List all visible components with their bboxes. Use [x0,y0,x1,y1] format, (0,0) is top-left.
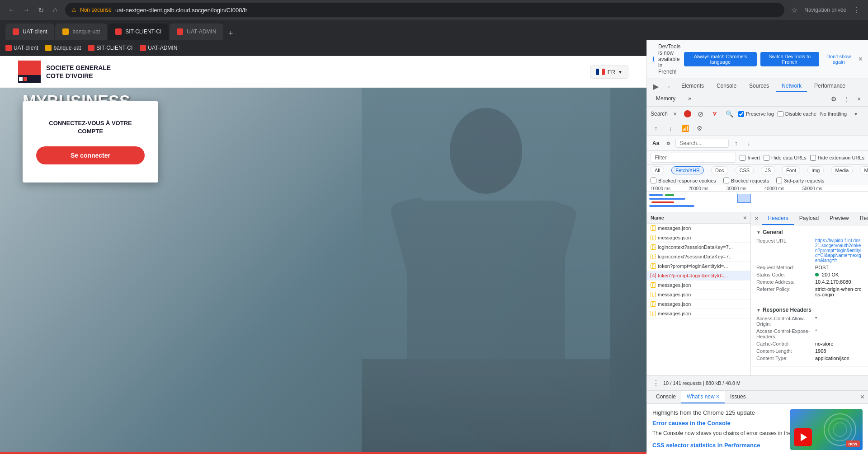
switch-devtools-button[interactable]: Switch DevTools to French [760,52,819,66]
request-item-4[interactable]: {} logincontext?sessionDataKey=7... [647,252,750,262]
throttling-button[interactable]: No throttling [820,111,847,117]
search-button[interactable]: 🔍 [724,108,735,119]
bookmark-uat-client[interactable]: UAT-client [5,45,38,51]
details-tab-payload[interactable]: Payload [794,212,824,225]
bottom-tab-whats-new[interactable]: What's new × [681,391,725,403]
req-icon-6: ⚠ [651,273,656,278]
star-button[interactable]: ☆ [788,4,801,16]
font-toggle-button[interactable]: ☸ [663,138,674,149]
filter-search-input[interactable] [679,140,725,146]
third-party-input[interactable] [776,178,782,183]
download-button[interactable]: ↓ [743,138,754,149]
video-thumbnail[interactable]: new [790,409,863,450]
filter-button[interactable]: ⛛ [709,108,720,119]
blocked-requests-input[interactable] [723,178,729,183]
details-tab-headers[interactable]: Headers [762,212,793,225]
match-language-button[interactable]: Always match Chrome's language [684,52,756,66]
reload-button[interactable]: ↻ [34,4,47,16]
bottom-tab-issues[interactable]: Issues [725,391,751,403]
filter-input[interactable] [651,153,736,163]
forward-button[interactable]: → [20,4,33,16]
chip-doc[interactable]: Doc [711,166,728,174]
preserve-log-input[interactable] [738,111,744,117]
close-devtools-button[interactable]: × [854,94,864,104]
blocked-cookies-input[interactable] [651,178,656,183]
tab-console[interactable]: Console [711,81,742,92]
request-item-1[interactable]: {} messages.json [647,224,750,233]
search-label: Search [651,111,668,117]
clear-button[interactable]: ⊘ [695,108,706,119]
login-button[interactable]: Se connecter [36,146,145,164]
inspect-element-button[interactable]: ▶ [651,81,661,92]
bookmark-banque-uat[interactable]: banque-uat [45,45,81,51]
filter-search-box[interactable] [675,139,729,148]
request-item-5[interactable]: {} token?prompt=login&entityId=... [647,262,750,271]
chip-js[interactable]: JS [761,166,775,174]
tab-sit-client-ci[interactable]: SIT-CLIENT-CI [108,23,169,40]
wifi-icon[interactable]: 📶 [679,123,690,134]
chip-media[interactable]: Media [831,166,853,174]
play-button[interactable] [794,428,812,446]
response-headers-section-header[interactable]: ▼ Response Headers [756,307,863,313]
chip-fetch-xhr[interactable]: Fetch/XHR [671,166,704,174]
close-bottom-panel-button[interactable]: × [860,393,864,401]
request-item-6[interactable]: ⚠ token?prompt=login&entityId=... [647,271,750,281]
menu-button[interactable]: ⋮ [850,4,863,16]
details-tab-preview[interactable]: Preview [824,212,854,225]
bookmark-sit-client[interactable]: SIT-CLIENT-CI [88,45,132,51]
invert-input[interactable] [740,155,745,161]
chip-font[interactable]: Font [782,166,800,174]
bottom-tab-console[interactable]: Console [651,391,681,403]
throttling-dropdown-icon[interactable]: ▼ [850,108,861,119]
tab-more[interactable]: » [683,94,697,104]
logo-stripe [19,77,23,81]
chip-all[interactable]: All [651,166,664,174]
tab-performance[interactable]: Performance [809,81,851,92]
general-section-header[interactable]: ▼ General [756,229,863,235]
tab-network[interactable]: Network [776,81,807,92]
import-button[interactable]: ↑ [651,123,661,134]
dont-show-again-button[interactable]: Don't show again [823,54,855,65]
settings-network-icon[interactable]: ⚙ [694,123,705,134]
request-item-8[interactable]: {} messages.json [647,290,750,300]
tab-elements[interactable]: Elements [676,81,709,92]
details-tab-response[interactable]: Response [854,212,868,225]
address-bar[interactable]: ⚠ Non sécurisé uat-nextgen-client.gslb.c… [65,3,784,17]
record-button[interactable] [684,110,691,117]
close-search-button[interactable]: × [670,108,680,119]
tab-uat-client[interactable]: UAT-client [5,23,54,40]
upload-button[interactable]: ↑ [731,138,741,149]
request-item-7[interactable]: {} messages.json [647,281,750,290]
disable-cache-input[interactable] [778,111,783,117]
lang-button[interactable]: FR ▼ [590,66,628,79]
more-options-status-icon[interactable]: ⋮ [651,378,661,388]
bookmark-uat-admin[interactable]: UAT-ADMIN [140,45,177,51]
preserve-log-checkbox: Preserve log [738,111,774,117]
url-text: uat-nextgen-client.gslb.cloud.socgen/log… [115,7,778,14]
export-button[interactable]: ↓ [665,123,676,134]
tab-sources[interactable]: Sources [744,81,774,92]
hide-data-urls-input[interactable] [764,155,769,161]
more-options-icon[interactable]: ⋮ [841,94,852,104]
tab-banque-uat[interactable]: banque-uat [55,23,107,40]
home-button[interactable]: ⌂ [49,4,61,16]
chip-img[interactable]: Img [807,166,824,174]
close-name-col-button[interactable]: × [743,214,747,221]
request-item-3[interactable]: {} logincontext?sessionDataKey=7... [647,243,750,252]
device-toolbar-button[interactable]: ◦ [663,81,674,92]
request-item-10[interactable]: {} messages.json [647,309,750,318]
chip-css[interactable]: CSS [736,166,754,174]
hide-extension-urls-input[interactable] [810,155,816,161]
settings-icon[interactable]: ⚙ [828,94,839,104]
svg-point-1 [450,108,522,194]
new-tab-button[interactable]: + [224,27,237,40]
font-size-button[interactable]: Aa [651,139,661,147]
request-item-9[interactable]: {} messages.json [647,300,750,309]
request-item-2[interactable]: {} messages.json [647,233,750,243]
back-button[interactable]: ← [5,4,18,16]
close-notification-button[interactable]: × [859,55,863,63]
tab-uat-admin[interactable]: UAT-ADMIN [170,23,223,40]
chip-manifest[interactable]: Manifest [860,166,868,174]
tab-memory[interactable]: Memory [651,94,681,104]
close-details-button[interactable]: × [751,212,762,225]
